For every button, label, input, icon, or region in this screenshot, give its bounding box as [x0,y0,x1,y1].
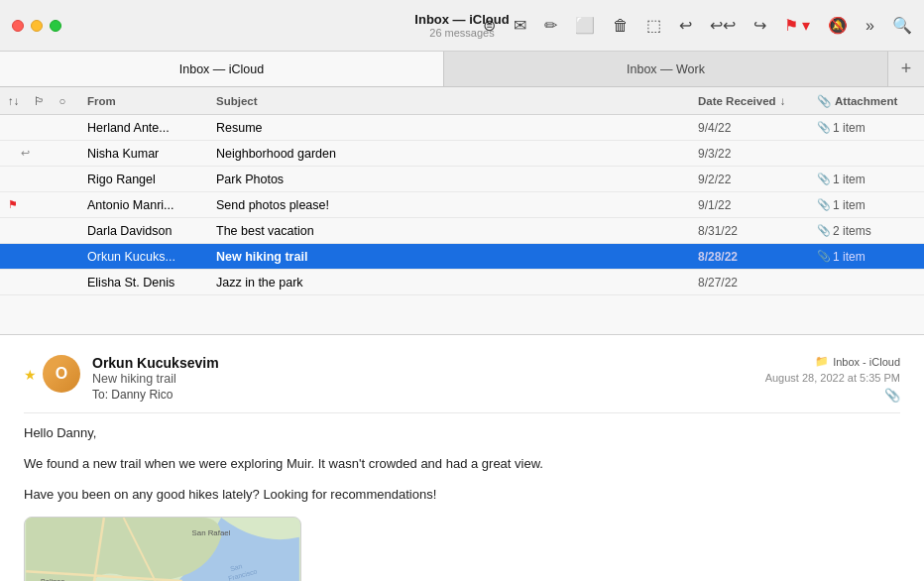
row-flags: ⚑ [8,198,87,211]
reply-icon[interactable]: ↩ [679,16,692,35]
avatar: O [43,355,80,393]
attachment-icon: 📎 [817,224,831,237]
titlebar: Inbox — iCloud 26 messages ⊜ ✉ ✏ ⬜ 🗑 ⬚ ↩… [0,0,924,52]
table-row[interactable]: ⚑Antonio Manri...Send photos please!9/1/… [0,192,924,218]
col-date-header[interactable]: Date Received ↓ [698,95,817,107]
tabbar: Inbox — iCloud Inbox — Work + [0,52,924,87]
replied-indicator: ↩ [21,147,30,160]
row-attach: 📎 2 items [817,224,916,238]
body-line-1: Hello Danny, [24,423,900,444]
detail-body: Hello Danny, We found a new trail when w… [24,423,900,581]
row-subject: Neighborhood garden [216,147,698,161]
flag-col-icon[interactable]: 🏳 [34,95,46,107]
flag-icon[interactable]: ⚑ ▾ [784,16,810,35]
sort-icon[interactable]: ↑↓ [8,95,20,107]
main-container: ↑↓ 🏳 ○ From Subject Date Received ↓ 📎Att… [0,87,924,581]
col-attach-header: 📎Attachment [817,94,916,108]
more-icon[interactable]: » [866,17,874,35]
email-rows: Herland Ante...Resume9/4/22📎 1 item ↩Nis… [0,115,924,295]
row-date: 9/1/22 [698,198,817,212]
flag-indicator: ⚑ [8,198,18,211]
move-icon[interactable]: ⬚ [646,16,661,35]
table-row[interactable]: Darla DavidsonThe best vacation8/31/22📎 … [0,218,924,244]
maximize-button[interactable] [50,20,61,32]
row-subject: New hiking trail [216,250,698,264]
trash-icon[interactable]: 🗑 [613,17,629,35]
row-date: 8/31/22 [698,224,817,238]
row-from: Elisha St. Denis [87,276,216,290]
add-tab-button[interactable]: + [888,52,924,86]
col-from-header[interactable]: From [87,95,216,107]
body-line-2: We found a new trail when we were explor… [24,454,900,475]
close-button[interactable] [12,20,24,32]
row-flags [8,249,87,264]
date-sort-icon[interactable]: ↓ [780,95,786,107]
row-flags: ↩ [8,146,87,161]
table-row[interactable]: Herland Ante...Resume9/4/22📎 1 item [0,115,924,141]
row-date: 8/28/22 [698,250,817,264]
search-icon[interactable]: 🔍 [892,16,912,35]
row-flags [8,223,87,238]
detail-meta: 📁 Inbox - iCloud August 28, 2022 at 5:35… [765,355,900,403]
list-header: ↑↓ 🏳 ○ From Subject Date Received ↓ 📎Att… [0,87,924,115]
sender-name: Orkun Kucuksevim [92,355,765,371]
row-subject: Resume [216,121,698,135]
detail-date: August 28, 2022 at 5:35 PM [765,372,900,384]
row-attach: 📎 1 item [817,250,916,264]
svg-text:San Rafael: San Rafael [192,528,231,537]
minimize-button[interactable] [31,20,43,32]
row-from: Darla Davidson [87,224,216,238]
table-row[interactable]: ↩Nisha KumarNeighborhood garden9/3/22 [0,141,924,167]
archive-icon[interactable]: ⬜ [575,16,595,35]
attachment-icon: 📎 [817,198,831,211]
tab-icloud[interactable]: Inbox — iCloud [0,52,444,86]
star-icon[interactable]: ★ [24,367,37,383]
toolbar: ⊜ ✉ ✏ ⬜ 🗑 ⬚ ↩ ↩↩ ↪ ⚑ ▾ 🔕 » 🔍 [483,16,912,35]
attachment-icon: 📎 [817,173,831,185]
table-row[interactable]: Orkun Kucuks...New hiking trail8/28/22📎 … [0,244,924,270]
tab-work[interactable]: Inbox — Work [444,52,888,86]
detail-attach-icon: 📎 [884,388,900,403]
read-col-icon[interactable]: ○ [59,95,66,107]
email-detail-pane: ★ O Orkun Kucuksevim New hiking trail To… [0,335,924,581]
row-from: Nisha Kumar [87,147,216,161]
attachment-icon: 📎 [817,121,831,134]
message-count: 26 messages [414,27,509,39]
row-from: Orkun Kucuks... [87,250,216,264]
row-flags [8,172,87,186]
attachment-icon: 📎 [817,250,831,263]
map-preview[interactable]: ★ Muir Woods San Rafael Bolinas Mill V..… [24,517,301,581]
row-from: Rigo Rangel [87,173,216,186]
detail-to: To: Danny Rico [92,388,765,402]
row-subject: Jazz in the park [216,276,698,290]
table-row[interactable]: Elisha St. DenisJazz in the park8/27/22 [0,270,924,295]
row-date: 9/3/22 [698,147,817,161]
folder-icon: 📁 [815,355,829,368]
reply-all-icon[interactable]: ↩↩ [710,16,736,35]
row-from: Herland Ante... [87,121,216,135]
attachment-count: 2 items [833,224,871,238]
window-title-group: Inbox — iCloud 26 messages [414,12,509,39]
sender-info: Orkun Kucuksevim New hiking trail To: Da… [92,355,765,402]
table-row[interactable]: Rigo RangelPark Photos9/2/22📎 1 item [0,167,924,192]
attachment-count: 1 item [833,198,866,212]
row-attach: 📎 1 item [817,198,916,212]
row-date: 9/2/22 [698,173,817,186]
row-attach: 📎 1 item [817,173,916,186]
row-subject: The best vacation [216,224,698,238]
row-date: 9/4/22 [698,121,817,135]
row-attach: 📎 1 item [817,121,916,135]
header-divider [24,412,900,413]
email-list[interactable]: ↑↓ 🏳 ○ From Subject Date Received ↓ 📎Att… [0,87,924,335]
row-flags [8,120,87,135]
new-message-icon[interactable]: ✏ [544,16,557,35]
mail-icon[interactable]: ✉ [514,16,526,35]
notifications-icon[interactable]: 🔕 [828,16,848,35]
col-flags-header[interactable]: ↑↓ 🏳 ○ [8,95,87,107]
detail-subject: New hiking trail [92,372,765,386]
row-date: 8/27/22 [698,276,817,290]
row-subject: Park Photos [216,173,698,186]
forward-icon[interactable]: ↪ [753,16,766,35]
detail-header: ★ O Orkun Kucuksevim New hiking trail To… [24,355,900,403]
col-subject-header[interactable]: Subject [216,95,698,107]
